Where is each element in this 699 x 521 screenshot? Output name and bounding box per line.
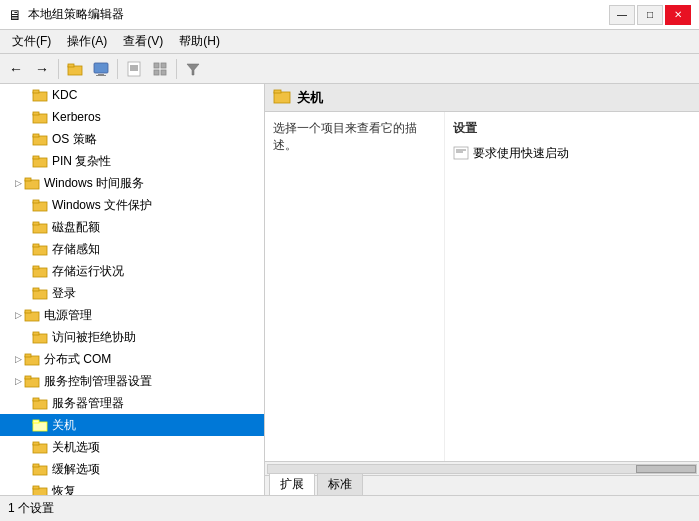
svg-rect-11 [154, 70, 159, 75]
minimize-button[interactable]: — [609, 5, 635, 25]
tree-item-label: Windows 时间服务 [44, 175, 144, 192]
tree-item-label: 磁盘配额 [52, 219, 100, 236]
tree-item[interactable]: 恢复 [0, 480, 264, 495]
tab-standard[interactable]: 标准 [317, 473, 363, 495]
settings-item-icon [453, 146, 469, 160]
tree-item-label: 关机选项 [52, 439, 100, 456]
svg-rect-43 [33, 398, 39, 401]
title-bar: 🖥 本地组策略编辑器 — □ ✕ [0, 0, 699, 30]
browse-button[interactable] [63, 58, 87, 80]
settings-item-fastboot[interactable]: 要求使用快速启动 [453, 143, 691, 163]
detail-header: 关机 [265, 84, 699, 112]
tree-item[interactable]: 服务器管理器 [0, 392, 264, 414]
tree-item[interactable]: 关机选项 [0, 436, 264, 458]
tree-panel[interactable]: KDCKerberosOS 策略PIN 复杂性▷Windows 时间服务Wind… [0, 84, 265, 495]
close-button[interactable]: ✕ [665, 5, 691, 25]
window-controls: — □ ✕ [609, 5, 691, 25]
tree-item[interactable]: 登录 [0, 282, 264, 304]
tree-item[interactable]: ▷电源管理 [0, 304, 264, 326]
folder-icon [24, 308, 40, 322]
svg-rect-37 [33, 332, 39, 335]
folder-icon [32, 286, 48, 300]
folder-icon [32, 242, 48, 256]
detail-folder-icon [273, 88, 291, 107]
back-button[interactable]: ← [4, 58, 28, 80]
scrollbar-track[interactable] [267, 464, 697, 474]
svg-rect-5 [128, 62, 140, 76]
expand-arrow[interactable]: ▷ [12, 353, 24, 365]
folder-icon [32, 396, 48, 410]
folder-icon [32, 418, 48, 432]
tree-item-label: 关机 [52, 417, 76, 434]
svg-rect-17 [33, 112, 39, 115]
tab-bar: 扩展 标准 [265, 475, 699, 495]
status-text: 1 个设置 [8, 500, 54, 517]
tree-item-label: 服务器管理器 [52, 395, 124, 412]
detail-scrollbar[interactable] [265, 461, 699, 475]
toolbar-separator-2 [117, 59, 118, 79]
toolbar-separator-3 [176, 59, 177, 79]
toolbar-separator-1 [58, 59, 59, 79]
tree-item-label: 存储运行状况 [52, 263, 124, 280]
svg-rect-1 [68, 64, 74, 67]
svg-rect-47 [33, 442, 39, 445]
menu-view[interactable]: 查看(V) [115, 31, 171, 52]
status-bar: 1 个设置 [0, 495, 699, 521]
filter-button[interactable] [181, 58, 205, 80]
tree-item[interactable]: PIN 复杂性 [0, 150, 264, 172]
svg-rect-45 [33, 420, 39, 423]
svg-rect-25 [33, 200, 39, 203]
svg-rect-41 [25, 376, 31, 379]
app-icon: 🖥 [8, 7, 22, 23]
settings-header: 设置 [453, 120, 691, 137]
svg-rect-58 [454, 147, 468, 159]
tree-item[interactable]: 缓解选项 [0, 458, 264, 480]
svg-rect-21 [33, 156, 39, 159]
menu-action[interactable]: 操作(A) [59, 31, 115, 52]
expand-arrow[interactable]: ▷ [12, 177, 24, 189]
expand-arrow[interactable]: ▷ [12, 309, 24, 321]
svg-rect-56 [274, 92, 290, 103]
detail-settings: 设置 要求使用快速启动 [445, 112, 699, 461]
tree-item[interactable]: Kerberos [0, 106, 264, 128]
computer-button[interactable] [89, 58, 113, 80]
expand-arrow[interactable]: ▷ [12, 375, 24, 387]
detail-description: 选择一个项目来查看它的描述。 [265, 112, 445, 461]
list-button[interactable] [148, 58, 172, 80]
tree-item[interactable]: 存储感知 [0, 238, 264, 260]
folder-icon [32, 88, 48, 102]
tree-item[interactable]: 存储运行状况 [0, 260, 264, 282]
window-title: 本地组策略编辑器 [28, 6, 124, 23]
tab-extended[interactable]: 扩展 [269, 473, 315, 495]
forward-button[interactable]: → [30, 58, 54, 80]
tree-item[interactable]: 访问被拒绝协助 [0, 326, 264, 348]
policy-button[interactable] [122, 58, 146, 80]
folder-icon [32, 220, 48, 234]
svg-rect-15 [33, 90, 39, 93]
tree-item-label: PIN 复杂性 [52, 153, 111, 170]
svg-rect-39 [25, 354, 31, 357]
tree-item-label: 登录 [52, 285, 76, 302]
tree-item[interactable]: ▷服务控制管理器设置 [0, 370, 264, 392]
svg-rect-2 [94, 63, 108, 73]
scrollbar-thumb[interactable] [636, 465, 696, 473]
svg-rect-57 [274, 90, 281, 93]
tree-item[interactable]: KDC [0, 84, 264, 106]
tree-item[interactable]: ▷分布式 COM [0, 348, 264, 370]
tree-item[interactable]: OS 策略 [0, 128, 264, 150]
tree-item[interactable]: ▷Windows 时间服务 [0, 172, 264, 194]
tree-item-label: OS 策略 [52, 131, 97, 148]
tree-item[interactable]: Windows 文件保护 [0, 194, 264, 216]
menu-help[interactable]: 帮助(H) [171, 31, 228, 52]
tree-item[interactable]: 关机 [0, 414, 264, 436]
tree-item-label: 访问被拒绝协助 [52, 329, 136, 346]
maximize-button[interactable]: □ [637, 5, 663, 25]
tree-item[interactable]: 磁盘配额 [0, 216, 264, 238]
folder-icon [24, 176, 40, 190]
tree-item-label: 恢复 [52, 483, 76, 496]
folder-icon [32, 110, 48, 124]
toolbar: ← → [0, 54, 699, 84]
menu-file[interactable]: 文件(F) [4, 31, 59, 52]
menu-bar: 文件(F) 操作(A) 查看(V) 帮助(H) [0, 30, 699, 54]
folder-icon [32, 198, 48, 212]
